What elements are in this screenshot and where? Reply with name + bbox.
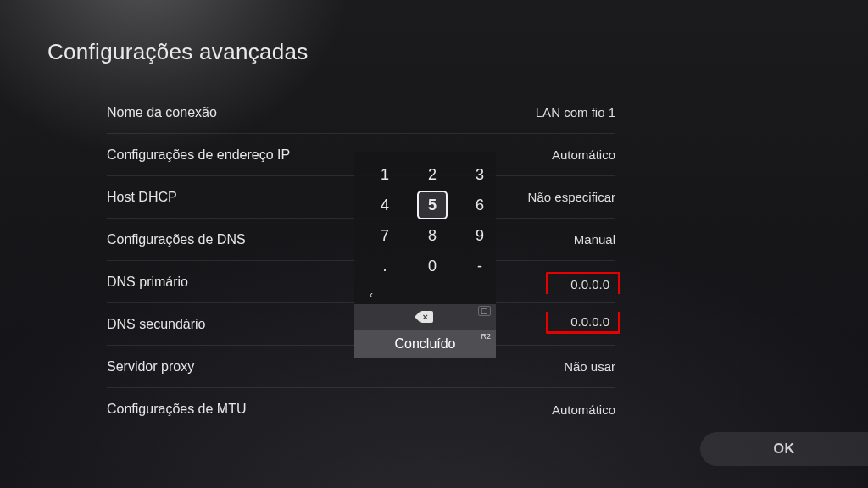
keypad-body: 1 2 3 4 5 6 7 8 9 . 0 - bbox=[354, 152, 496, 286]
keypad-grid: 1 2 3 4 5 6 7 8 9 . 0 - bbox=[370, 160, 481, 280]
key-done[interactable]: Concluído R2 bbox=[354, 330, 496, 358]
page-title: Configurações avançadas bbox=[47, 39, 309, 65]
row-value-highlighted: 0.0.0.0 bbox=[546, 272, 620, 294]
row-value: Manual bbox=[574, 232, 615, 247]
numeric-keypad: 1 2 3 4 5 6 7 8 9 . 0 - ‹ × ▢ Concluído … bbox=[354, 152, 496, 358]
row-label: Nome da conexão bbox=[107, 105, 217, 120]
row-label: Configurações de endereço IP bbox=[107, 147, 290, 163]
key-dot[interactable]: . bbox=[370, 252, 400, 280]
backspace-icon: × bbox=[416, 311, 435, 323]
arrow-left-icon[interactable]: ‹ bbox=[370, 289, 373, 301]
key-4[interactable]: 4 bbox=[370, 191, 400, 219]
row-value: LAN com fio 1 bbox=[536, 105, 615, 119]
backspace-hint: ▢ bbox=[478, 306, 491, 316]
row-label: Configurações de DNS bbox=[107, 232, 246, 247]
row-label: Configurações de MTU bbox=[107, 402, 247, 417]
row-value: Não usar bbox=[564, 359, 615, 374]
key-3[interactable]: 3 bbox=[465, 160, 495, 189]
ok-button[interactable]: OK bbox=[700, 432, 868, 466]
key-0[interactable]: 0 bbox=[417, 252, 448, 280]
key-5-selected[interactable]: 5 bbox=[417, 191, 448, 219]
keypad-arrow-row: ‹ bbox=[354, 286, 496, 304]
row-label: DNS primário bbox=[107, 274, 188, 290]
ok-label: OK bbox=[774, 441, 795, 457]
key-1[interactable]: 1 bbox=[370, 160, 400, 189]
key-dash[interactable]: - bbox=[465, 252, 495, 280]
key-2[interactable]: 2 bbox=[417, 160, 448, 189]
key-9[interactable]: 9 bbox=[465, 221, 495, 250]
done-label: Concluído bbox=[394, 336, 455, 352]
key-backspace[interactable]: × ▢ bbox=[354, 304, 496, 330]
key-8[interactable]: 8 bbox=[417, 221, 448, 250]
row-label: DNS secundário bbox=[107, 317, 206, 332]
done-hint: R2 bbox=[481, 332, 491, 341]
row-value: Automático bbox=[552, 402, 615, 417]
row-mtu[interactable]: Configurações de MTU Automático bbox=[107, 388, 615, 430]
row-connection-name[interactable]: Nome da conexão LAN com fio 1 bbox=[107, 92, 615, 134]
row-value-highlighted: 0.0.0.0 bbox=[546, 312, 620, 334]
row-value: Automático bbox=[552, 147, 615, 162]
row-value: Não especificar bbox=[528, 190, 615, 204]
row-label: Host DHCP bbox=[107, 190, 177, 205]
key-6[interactable]: 6 bbox=[465, 191, 495, 219]
row-label: Servidor proxy bbox=[107, 359, 194, 374]
key-7[interactable]: 7 bbox=[370, 221, 400, 250]
